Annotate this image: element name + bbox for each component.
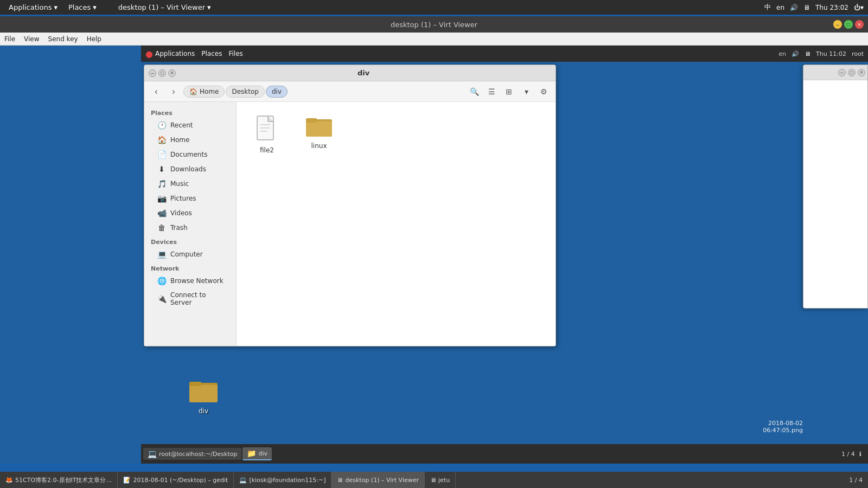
fm-close[interactable]: × (168, 69, 176, 77)
clock[interactable]: Thu 23:02 (815, 4, 848, 11)
grid-view-button[interactable]: ⊞ (501, 84, 516, 99)
inner-volume[interactable]: 🔊 (792, 50, 799, 57)
sidebar-item-videos[interactable]: 📹 Videos (146, 206, 234, 220)
virtviewer-tb-icon: 🖥 (337, 477, 343, 484)
documents-icon: 📄 (157, 150, 166, 159)
inner-files[interactable]: Files (228, 50, 242, 57)
input-method[interactable]: 中 (764, 3, 771, 12)
sidebar-item-documents[interactable]: 📄 Documents (146, 147, 234, 162)
menu-help[interactable]: Help (87, 35, 101, 43)
places-arrow: ▾ (93, 3, 97, 11)
inner-clock[interactable]: Thu 11:02 (816, 50, 846, 57)
inner-user[interactable]: root (852, 50, 864, 57)
svg-rect-5 (306, 121, 332, 137)
devices-section-title: Devices (144, 235, 236, 247)
language-indicator[interactable]: en (776, 4, 784, 11)
file-item-file2[interactable]: file2 (245, 111, 289, 158)
inner-lang[interactable]: en (778, 50, 786, 57)
inner-applications[interactable]: Applications (155, 50, 195, 57)
pw-minimize[interactable]: – (838, 69, 846, 76)
network-section-title: Network (144, 262, 236, 273)
firefox-tb-blog[interactable]: 🦊 51CTO博客2.0-原创IT技术文章分… (0, 472, 118, 488)
virtviewer-tb-label: desktop (1) – Virt Viewer (345, 477, 419, 484)
sidebar-item-home[interactable]: 🏠 Home (146, 133, 234, 147)
taskbar-item-terminal[interactable]: 💻 root@localhost:~/Desktop (143, 448, 241, 460)
menu-send-key[interactable]: Send key (48, 35, 78, 43)
sidebar-downloads-label: Downloads (170, 165, 206, 173)
firefox-tb-terminal[interactable]: 💻 [kiosk@foundation115:~] (234, 472, 331, 488)
firefox-tb-gedit[interactable]: 📝 2018-08-01 (~/Desktop) – gedit (118, 472, 234, 488)
gnome-top-bar: Applications ▾ Places ▾ desktop (1) – Vi… (0, 0, 868, 15)
linux-label: linux (311, 142, 327, 150)
jetu-label: jetu (438, 477, 450, 484)
settings-button[interactable]: ⚙ (536, 84, 551, 99)
close-button[interactable]: × (855, 20, 864, 29)
firefox-blog-label: 51CTO博客2.0-原创IT技术文章分… (15, 476, 112, 484)
applications-menu[interactable]: Applications ▾ (4, 2, 62, 12)
firefox-tb-virtviewer[interactable]: 🖥 desktop (1) – Virt Viewer (331, 472, 425, 488)
view-options-button[interactable]: ▾ (519, 84, 534, 99)
sidebar-documents-label: Documents (170, 151, 207, 158)
menu-view[interactable]: View (24, 35, 39, 43)
inner-taskbar: 💻 root@localhost:~/Desktop 📁 div 1 / 4 ℹ (141, 444, 868, 464)
linux-folder-icon (306, 115, 332, 140)
jetu-icon: 🖥 (430, 477, 436, 484)
list-view-button[interactable]: ☰ (484, 84, 499, 99)
power-icon[interactable]: ⏻▾ (854, 4, 864, 11)
desktop-folder-div[interactable]: div (184, 378, 222, 415)
sidebar-videos-label: Videos (170, 209, 192, 217)
fm-minimize[interactable]: – (149, 69, 156, 77)
terminal-label: [kiosk@foundation115:~] (249, 477, 326, 484)
file-manager-toolbar: ‹ › 🏠 Home Desktop div 🔍 ☰ (144, 81, 556, 102)
search-button[interactable]: 🔍 (467, 84, 482, 99)
taskbar-terminal-label: root@localhost:~/Desktop (159, 451, 237, 458)
virt-viewer-menubar: File View Send key Help (0, 33, 868, 46)
sidebar-item-trash[interactable]: 🗑 Trash (146, 221, 234, 235)
sidebar: Places 🕐 Recent 🏠 Home 📄 Documents (144, 102, 237, 346)
partial-window: – □ × (803, 65, 868, 309)
taskbar-div-label: div (258, 450, 267, 457)
sidebar-music-label: Music (170, 180, 189, 188)
fm-maximize[interactable]: □ (158, 69, 166, 77)
sidebar-item-music[interactable]: 🎵 Music (146, 177, 234, 191)
breadcrumb-home-label: Home (200, 88, 219, 95)
menu-file[interactable]: File (4, 35, 15, 43)
taskbar-info-icon[interactable]: ℹ (859, 451, 861, 458)
desktop-folder-name: div (199, 407, 208, 415)
sidebar-item-computer[interactable]: 💻 Computer (146, 247, 234, 261)
breadcrumb-home[interactable]: 🏠 Home (183, 86, 225, 98)
fm-controls: – □ × (149, 69, 176, 77)
sidebar-item-downloads[interactable]: ⬇ Downloads (146, 162, 234, 176)
inner-screen[interactable]: 🖥 (805, 50, 810, 57)
breadcrumb-div[interactable]: div (266, 86, 288, 98)
volume-icon[interactable]: 🔊 (790, 4, 798, 11)
back-button[interactable]: ‹ (149, 84, 164, 99)
sidebar-computer-label: Computer (170, 251, 203, 258)
timestamp-line2: 06:47:05.png (763, 427, 803, 434)
sidebar-item-connect-server[interactable]: 🔌 Connect to Server (146, 288, 234, 309)
pw-maximize[interactable]: □ (848, 69, 856, 76)
file-item-linux[interactable]: linux (297, 111, 341, 158)
taskbar-item-div[interactable]: 📁 div (242, 447, 272, 460)
sidebar-recent-label: Recent (170, 121, 193, 129)
file-manager-title: div (176, 69, 551, 77)
home-sidebar-icon: 🏠 (157, 136, 166, 144)
inner-places[interactable]: Places (201, 50, 222, 57)
firefox-tb-jetu[interactable]: 🖥 jetu (425, 472, 456, 488)
pictures-icon: 📷 (157, 194, 166, 203)
sidebar-item-recent[interactable]: 🕐 Recent (146, 118, 234, 132)
pw-close[interactable]: × (858, 69, 865, 76)
sidebar-item-pictures[interactable]: 📷 Pictures (146, 191, 234, 206)
gnome-top-bar-left: Applications ▾ Places ▾ desktop (1) – Vi… (4, 2, 215, 13)
places-menu[interactable]: Places ▾ (64, 2, 101, 12)
breadcrumb-desktop[interactable]: Desktop (226, 86, 265, 98)
applications-arrow: ▾ (54, 3, 58, 11)
maximize-button[interactable]: □ (844, 20, 853, 29)
forward-button[interactable]: › (166, 84, 181, 99)
minimize-button[interactable]: – (833, 20, 842, 29)
virt-viewer-window: desktop (1) – Virt Viewer – □ × File Vie… (0, 16, 868, 488)
breadcrumb-desktop-label: Desktop (232, 88, 259, 95)
window-title-menu[interactable]: desktop (1) – Virt Viewer ▾ (103, 2, 215, 13)
screen-icon[interactable]: 🖥 (803, 4, 810, 11)
sidebar-item-browse-network[interactable]: 🌐 Browse Network (146, 274, 234, 288)
